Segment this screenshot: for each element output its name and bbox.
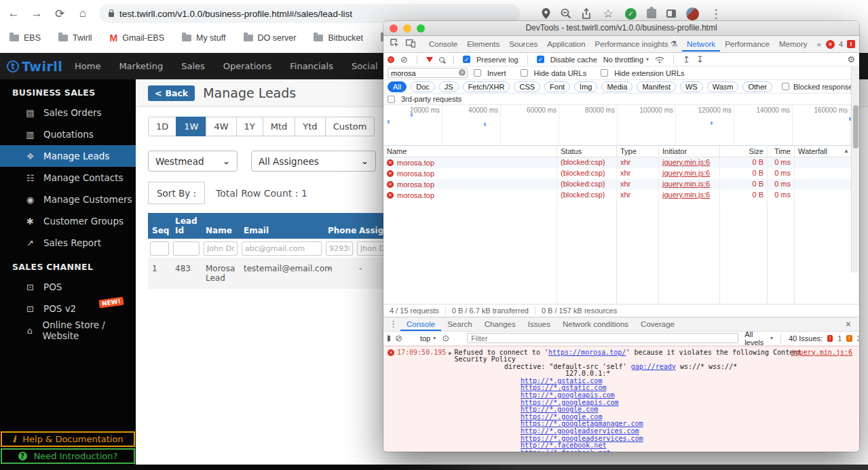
close-drawer-icon[interactable]: × xyxy=(840,319,856,330)
location-pin-icon[interactable] xyxy=(542,8,550,19)
console-source-link[interactable]: jquery.min.js:6 xyxy=(791,349,852,357)
tab-performance[interactable]: Performance xyxy=(720,37,774,52)
drawer-menu-icon[interactable]: ⋮ xyxy=(386,319,400,328)
third-party-checkbox[interactable] xyxy=(388,96,395,103)
import-har-icon[interactable]: ↥ xyxy=(683,55,690,64)
nav-financials[interactable]: Financials xyxy=(290,61,333,71)
col-type[interactable]: Type xyxy=(617,146,659,157)
invert-checkbox[interactable] xyxy=(474,69,481,77)
csp-url-link[interactable]: https://*.google.com xyxy=(521,413,602,420)
csp-url-link[interactable]: https://*.googletagmanager.com xyxy=(521,420,643,427)
reload-icon[interactable]: ⟳ xyxy=(53,7,67,21)
pill-wasm[interactable]: Wasm xyxy=(707,81,739,92)
scrollbar-thumb[interactable] xyxy=(853,105,858,149)
network-request-row[interactable]: ✕morosa.top (blocked:csp) xhr jquery.min… xyxy=(383,168,859,179)
request-initiator-link[interactable]: jquery.min.js:6 xyxy=(659,179,720,190)
bookmark-star-icon[interactable]: ☆ xyxy=(601,7,615,21)
log-levels-select[interactable]: All levels▾ xyxy=(744,330,773,347)
extensions-puzzle-icon[interactable] xyxy=(647,9,656,18)
profile-avatar[interactable] xyxy=(686,7,699,20)
pill-img[interactable]: Img xyxy=(574,81,597,92)
share-icon[interactable] xyxy=(582,8,591,20)
pill-manifest[interactable]: Manifest xyxy=(637,81,676,92)
error-badge-icon[interactable]: ✕ xyxy=(826,40,835,49)
pill-css[interactable]: CSS xyxy=(514,81,540,92)
request-initiator-link[interactable]: jquery.min.js:6 xyxy=(659,157,720,168)
sidebar-item-customer-groups[interactable]: ✱Customer Groups xyxy=(0,210,136,232)
back-button[interactable]: <Back xyxy=(148,85,195,101)
disclosure-triangle-icon[interactable]: ▶ xyxy=(449,350,451,357)
sidebar-item-online-store[interactable]: ⌂Online Store / Website xyxy=(0,319,136,341)
pill-fetch-xhr[interactable]: Fetch/XHR xyxy=(463,81,510,92)
assignee-select[interactable]: All Assignees⌄ xyxy=(251,151,376,172)
col-phone[interactable]: Phone xyxy=(324,213,355,239)
range-ytd-button[interactable]: Ytd xyxy=(295,117,325,136)
devtools-titlebar[interactable]: DevTools - test.twirll.com/v1.0.0/busine… xyxy=(383,21,859,36)
home-icon[interactable]: ⌂ xyxy=(76,7,90,20)
request-initiator-link[interactable]: jquery.min.js:6 xyxy=(659,168,720,179)
pill-js[interactable]: JS xyxy=(439,81,459,92)
clear-filter-icon[interactable]: × xyxy=(459,69,466,76)
location-select[interactable]: Westmead⌄ xyxy=(148,151,238,172)
issues-label[interactable]: 40 Issues: xyxy=(789,334,823,342)
drawer-tab-issues[interactable]: Issues xyxy=(522,317,556,331)
lead-id-filter-input[interactable] xyxy=(173,241,200,256)
need-introduction-button[interactable]: ?Need Introduction? xyxy=(1,448,135,464)
clear-network-icon[interactable]: ⊘ xyxy=(400,55,408,64)
bookmark-ebs[interactable]: EBS xyxy=(10,33,41,43)
drawer-tab-console[interactable]: Console xyxy=(400,317,441,331)
col-status[interactable]: Status xyxy=(557,146,617,157)
address-bar[interactable]: test.twirll.com/v1.0.0/business-profile.… xyxy=(99,4,520,23)
range-1d-button[interactable]: 1D xyxy=(148,117,176,136)
network-conditions-icon[interactable] xyxy=(655,56,664,63)
nav-operations[interactable]: Operations xyxy=(223,61,271,71)
sidebar-item-sales-report[interactable]: ↗Sales Report xyxy=(0,232,136,254)
tab-elements[interactable]: Elements xyxy=(462,37,504,52)
range-4w-button[interactable]: 4W xyxy=(206,117,236,136)
issue-badge-icon[interactable]: ! xyxy=(847,40,855,48)
bookmark-my-stuff[interactable]: My stuff xyxy=(182,33,226,43)
clear-console-icon[interactable]: ⊘ xyxy=(395,334,402,342)
zoom-out-icon[interactable] xyxy=(561,8,571,19)
forward-icon[interactable]: → xyxy=(30,7,43,20)
context-select[interactable]: top▾ xyxy=(420,334,436,342)
blocked-cookies-checkbox[interactable] xyxy=(782,83,789,90)
network-request-row[interactable]: ✕morosa.top (blocked:csp) xhr jquery.min… xyxy=(383,190,859,201)
sidebar-item-manage-customers[interactable]: ◉Manage Customers xyxy=(0,189,136,210)
csp-url-link[interactable]: http://*.google.com xyxy=(521,406,598,413)
nav-home[interactable]: Home xyxy=(75,61,100,71)
hide-extension-urls-checkbox[interactable] xyxy=(601,69,608,77)
csp-url-link[interactable]: http://*.googleapis.com xyxy=(521,391,614,399)
bookmark-bitbucket[interactable]: Bitbucket xyxy=(314,33,362,43)
bookmark-gmail-ebs[interactable]: MGmail-EBS xyxy=(109,33,164,43)
network-request-row[interactable]: ✕morosa.top (blocked:csp) xhr jquery.min… xyxy=(383,179,859,190)
inspect-element-icon[interactable] xyxy=(387,39,402,50)
pill-media[interactable]: Media xyxy=(601,81,633,92)
network-scrollbar[interactable] xyxy=(851,66,859,273)
lock-icon[interactable] xyxy=(109,12,114,17)
col-name[interactable]: Name xyxy=(202,213,240,239)
search-icon[interactable] xyxy=(439,57,445,62)
drawer-tab-changes[interactable]: Changes xyxy=(478,317,522,331)
network-timeline-overview[interactable]: 20000 ms 40000 ms 60000 ms 80000 ms 1000… xyxy=(383,105,859,146)
drawer-tab-network-conditions[interactable]: Network conditions xyxy=(556,317,635,331)
email-filter-input[interactable] xyxy=(242,241,322,256)
nav-marketing[interactable]: Marketing xyxy=(119,61,163,71)
nav-social[interactable]: Social xyxy=(352,61,378,71)
url-text[interactable]: test.twirll.com/v1.0.0/business-profile.… xyxy=(119,9,352,19)
csp-url-link[interactable]: https://*.gstatic.com xyxy=(521,384,606,391)
side-panel-icon[interactable] xyxy=(666,9,676,18)
nav-sales[interactable]: Sales xyxy=(181,61,205,71)
csp-url-link[interactable]: https://*.facebook.net xyxy=(521,449,610,452)
back-icon[interactable]: ← xyxy=(7,7,20,20)
range-1w-button[interactable]: 1W xyxy=(176,117,206,136)
csp-url-link[interactable]: http://*.googleadservices.com xyxy=(521,427,639,435)
console-sidebar-icon[interactable] xyxy=(388,335,389,342)
blocked-url-link[interactable]: https://morosa.top/ xyxy=(548,349,626,356)
bookmark-do-server[interactable]: DO server xyxy=(244,33,297,43)
pill-font[interactable]: Font xyxy=(544,81,570,92)
help-documentation-button[interactable]: iHelp & Documentation xyxy=(1,431,135,447)
request-initiator-link[interactable]: jquery.min.js:6 xyxy=(659,190,720,201)
seq-filter-input[interactable] xyxy=(150,241,169,256)
preserve-log-checkbox[interactable]: ✓ xyxy=(463,56,470,63)
